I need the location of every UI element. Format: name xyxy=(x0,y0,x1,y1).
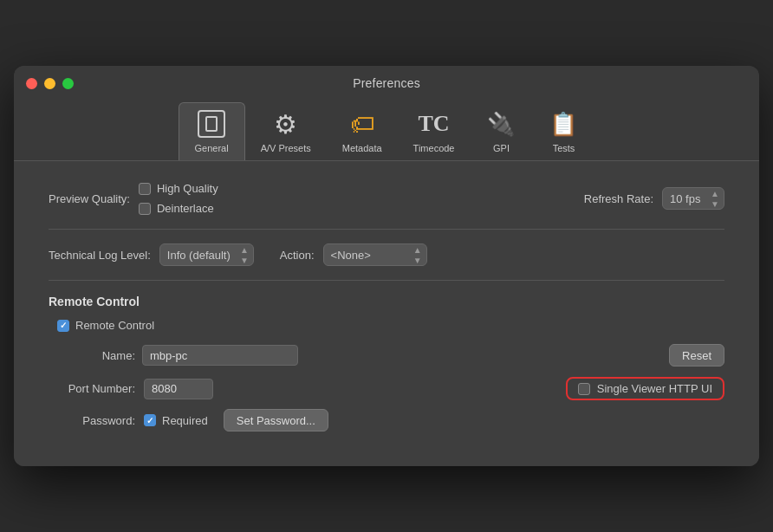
toolbar-item-metadata[interactable]: 🏷 Metadata xyxy=(327,103,398,160)
port-input[interactable] xyxy=(144,379,213,399)
deinterlace-checkbox[interactable] xyxy=(139,203,151,215)
general-icon-shape xyxy=(198,110,225,138)
toolbar: General ⚙ A/V Presets 🏷 Metadata TC Time… xyxy=(14,97,759,161)
high-quality-checkbox[interactable] xyxy=(139,183,151,195)
toolbar-label-av-presets: A/V Presets xyxy=(261,143,311,153)
gpi-icon: 🔌 xyxy=(485,108,516,139)
log-level-select[interactable]: Info (default) Debug Warning Error xyxy=(159,243,254,266)
minimize-button[interactable] xyxy=(44,78,55,89)
toolbar-label-metadata: Metadata xyxy=(342,143,382,153)
toolbar-label-tests: Tests xyxy=(553,143,575,153)
toolbar-item-gpi[interactable]: 🔌 GPI xyxy=(470,103,532,160)
remote-control-section: Remote Control Remote Control Name: Rese… xyxy=(49,295,724,431)
name-row: Name: Reset xyxy=(49,344,724,367)
toolbar-item-tests[interactable]: 📋 Tests xyxy=(532,103,594,160)
required-wrapper: Required xyxy=(144,414,208,427)
deinterlace-wrapper: Deinterlace xyxy=(139,202,214,215)
preferences-window: Preferences General ⚙ A/V Presets 🏷 Meta… xyxy=(14,66,759,466)
preview-quality-row: Preview Quality: High Quality Deinterlac… xyxy=(49,182,724,215)
log-level-row: Technical Log Level: Info (default) Debu… xyxy=(49,243,724,266)
log-level-label: Technical Log Level: xyxy=(49,249,151,262)
remote-control-checkbox-row: Remote Control xyxy=(57,319,724,332)
window-title: Preferences xyxy=(353,76,420,90)
high-quality-wrapper: High Quality xyxy=(139,182,218,195)
divider-2 xyxy=(49,280,724,281)
required-checkbox[interactable] xyxy=(144,414,156,426)
tag-icon: 🏷 xyxy=(347,108,378,139)
gear-icon: ⚙ xyxy=(270,108,302,139)
content-area: Preview Quality: High Quality Deinterlac… xyxy=(14,161,759,466)
single-viewer-highlighted-box: Single Viewer HTTP UI xyxy=(566,377,724,400)
password-label: Password: xyxy=(49,414,135,427)
port-number-row: Port Number: Single Viewer HTTP UI xyxy=(49,377,724,400)
preview-quality-left: Preview Quality: High Quality Deinterlac… xyxy=(49,182,584,215)
toolbar-label-gpi: GPI xyxy=(493,143,510,153)
action-label: Action: xyxy=(280,249,315,262)
toolbar-label-timecode: Timecode xyxy=(413,143,455,153)
toolbar-label-general: General xyxy=(195,143,229,153)
port-label: Port Number: xyxy=(49,382,135,395)
remote-control-checkbox[interactable] xyxy=(57,320,69,332)
set-password-button[interactable]: Set Password... xyxy=(224,409,328,431)
traffic-lights xyxy=(26,78,74,89)
title-bar: Preferences xyxy=(14,66,759,97)
tests-icon: 📋 xyxy=(548,108,579,139)
timecode-icon: TC xyxy=(419,108,450,139)
refresh-rate-label: Refresh Rate: xyxy=(584,192,653,205)
required-label: Required xyxy=(162,414,208,427)
name-label: Name: xyxy=(49,349,135,362)
general-icon xyxy=(196,108,227,139)
preview-quality-label: Preview Quality: xyxy=(49,192,130,205)
general-icon-inner xyxy=(205,116,218,132)
single-viewer-label: Single Viewer HTTP UI xyxy=(597,382,712,395)
name-input[interactable] xyxy=(142,345,298,366)
remote-control-title: Remote Control xyxy=(49,295,724,308)
password-row: Password: Required Set Password... xyxy=(49,409,724,431)
refresh-rate-select-wrapper: 10 fps 15 fps 24 fps 30 fps ▲▼ xyxy=(662,187,724,210)
reset-button[interactable]: Reset xyxy=(669,344,724,367)
toolbar-item-av-presets[interactable]: ⚙ A/V Presets xyxy=(245,103,327,160)
toolbar-item-general[interactable]: General xyxy=(179,102,245,160)
close-button[interactable] xyxy=(26,78,37,89)
deinterlace-label: Deinterlace xyxy=(157,202,214,215)
divider-1 xyxy=(49,229,724,230)
preview-options-block: High Quality Deinterlace xyxy=(139,182,218,215)
log-level-select-wrapper: Info (default) Debug Warning Error ▲▼ xyxy=(159,243,254,266)
toolbar-item-timecode[interactable]: TC Timecode xyxy=(398,103,471,160)
action-select[interactable]: <None> xyxy=(323,243,427,266)
high-quality-label: High Quality xyxy=(157,182,218,195)
refresh-rate-area: Refresh Rate: 10 fps 15 fps 24 fps 30 fp… xyxy=(584,187,724,210)
refresh-rate-select[interactable]: 10 fps 15 fps 24 fps 30 fps xyxy=(662,187,724,210)
single-viewer-checkbox[interactable] xyxy=(578,383,590,395)
remote-control-label: Remote Control xyxy=(75,319,154,332)
maximize-button[interactable] xyxy=(62,78,74,89)
action-select-wrapper: <None> ▲▼ xyxy=(323,243,427,266)
